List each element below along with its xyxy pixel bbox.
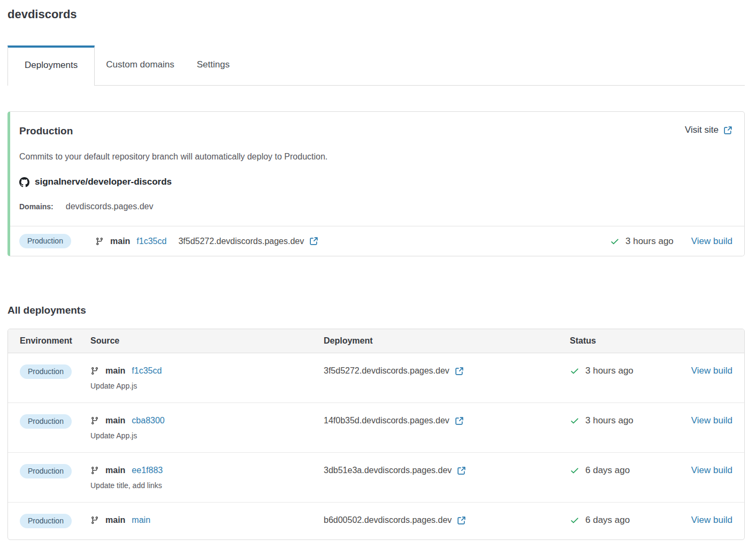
table-row: Production main f1c35cd Update App.js 3f…: [8, 353, 744, 403]
visit-site-label: Visit site: [685, 125, 719, 135]
branch-name: main: [105, 464, 125, 477]
repository-link[interactable]: signalnerve/developer-discords: [35, 177, 172, 187]
status-time: 3 hours ago: [585, 364, 633, 377]
check-icon: [570, 515, 579, 525]
visit-site-link[interactable]: Visit site: [685, 125, 732, 135]
branch-name: main: [105, 514, 125, 527]
table-row: Production main main b6d00502.devdiscord…: [8, 503, 744, 539]
branch-name: main: [105, 364, 125, 377]
table-row: Production main cba8300 Update App.js 14…: [8, 403, 744, 453]
commit-link[interactable]: ee1f883: [132, 464, 163, 477]
commit-link[interactable]: main: [132, 514, 150, 527]
column-header-status: Status: [570, 336, 675, 346]
deployments-table: Environment Source Deployment Status Pro…: [7, 329, 745, 540]
commit-message: Update title, add links: [90, 481, 324, 491]
check-icon: [570, 466, 579, 475]
tab-deployments[interactable]: Deployments: [7, 45, 95, 86]
check-icon: [570, 416, 579, 425]
view-build-link[interactable]: View build: [691, 366, 732, 376]
commit-link[interactable]: f1c35cd: [132, 364, 162, 377]
environment-badge: Production: [20, 464, 72, 478]
column-header-source: Source: [90, 336, 324, 346]
git-branch-icon: [90, 466, 99, 475]
view-build-link[interactable]: View build: [691, 236, 732, 247]
tab-custom-domains[interactable]: Custom domains: [95, 45, 186, 85]
environment-badge: Production: [20, 514, 72, 528]
branch-name: main: [110, 237, 130, 246]
tab-settings[interactable]: Settings: [186, 45, 241, 85]
page-container: devdiscords Deployments Custom domains S…: [0, 0, 756, 540]
commit-message: Update App.js: [90, 381, 324, 391]
deployment-url: b6d00502.devdiscords.pages.dev: [324, 514, 452, 527]
status-time: 6 days ago: [585, 464, 630, 477]
page-title: devdiscords: [7, 7, 745, 22]
deployment-url: 14f0b35d.devdiscords.pages.dev: [324, 414, 449, 427]
external-link-icon[interactable]: [455, 416, 464, 425]
tab-bar: Deployments Custom domains Settings: [7, 45, 745, 86]
commit-link[interactable]: cba8300: [132, 414, 164, 427]
deployment-url: 3f5d5272.devdiscords.pages.dev: [178, 237, 304, 246]
check-icon: [570, 366, 579, 376]
table-row: Production main ee1f883 Update title, ad…: [8, 453, 744, 503]
git-branch-icon: [95, 237, 104, 246]
view-build-link[interactable]: View build: [691, 415, 732, 425]
external-link-icon[interactable]: [309, 237, 318, 246]
column-header-deployment: Deployment: [324, 336, 570, 346]
environment-badge: Production: [19, 234, 71, 248]
external-link-icon[interactable]: [455, 367, 464, 376]
github-icon: [19, 177, 29, 187]
branch-name: main: [105, 414, 125, 427]
commit-link[interactable]: f1c35cd: [136, 237, 166, 246]
external-link-icon[interactable]: [457, 516, 466, 525]
view-build-link[interactable]: View build: [691, 465, 732, 475]
environment-badge: Production: [20, 364, 72, 379]
production-deployment-row: Production main f1c35cd 3f5d5272.devdisc…: [10, 226, 744, 256]
git-branch-icon: [90, 516, 99, 524]
production-title: Production: [19, 125, 73, 138]
deployment-url: 3f5d5272.devdiscords.pages.dev: [324, 364, 449, 377]
git-branch-icon: [90, 367, 99, 375]
domains-value: devdiscords.pages.dev: [66, 202, 154, 211]
environment-badge: Production: [20, 414, 72, 429]
all-deployments-title: All deployments: [7, 305, 745, 316]
table-header: Environment Source Deployment Status: [8, 329, 744, 353]
deployment-url: 3db51e3a.devdiscords.pages.dev: [324, 464, 452, 477]
git-branch-icon: [90, 416, 99, 425]
status-time: 6 days ago: [585, 514, 630, 527]
check-icon: [610, 237, 620, 246]
view-build-link[interactable]: View build: [691, 515, 732, 525]
external-link-icon[interactable]: [457, 466, 466, 475]
status-time: 3 hours ago: [625, 236, 674, 247]
production-card-body: Production Visit site Commits to your de…: [10, 112, 744, 226]
external-link-icon: [723, 126, 732, 135]
commit-message: Update App.js: [90, 431, 324, 441]
production-description: Commits to your default repository branc…: [19, 151, 732, 163]
production-card: Production Visit site Commits to your de…: [7, 111, 745, 256]
status-time: 3 hours ago: [585, 414, 633, 427]
column-header-environment: Environment: [20, 336, 90, 346]
domains-label: Domains:: [19, 202, 54, 211]
